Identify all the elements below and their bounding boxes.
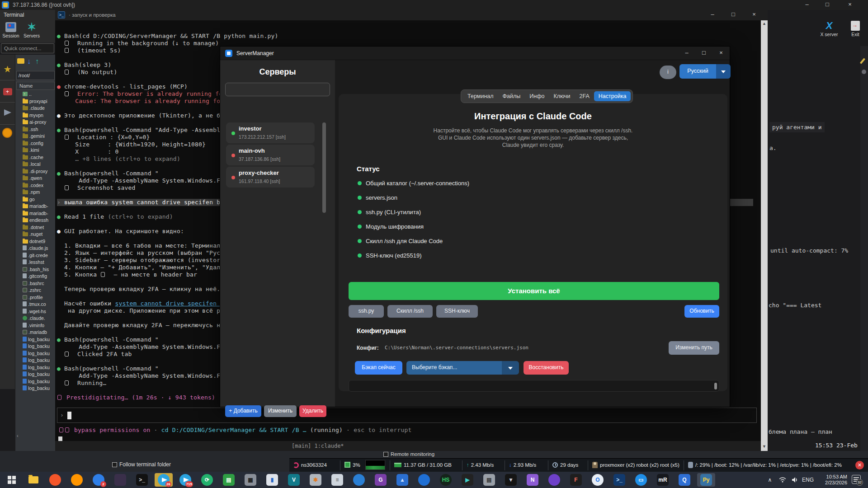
- file-row[interactable]: log_backu: [23, 357, 50, 364]
- globe-icon[interactable]: [2, 128, 12, 138]
- taskbar-explorer[interactable]: [24, 473, 42, 487]
- file-row[interactable]: .bash_his: [23, 266, 49, 273]
- disks-segment[interactable]: /: 29% | /boot: 12% | /var/lib/vz: 1% | …: [688, 459, 842, 472]
- cpu-segment[interactable]: 3%: [344, 459, 360, 472]
- file-row[interactable]: log_backu: [23, 343, 50, 350]
- taskbar-mremote[interactable]: mR: [654, 473, 672, 487]
- taskbar-pixel-app[interactable]: [111, 473, 129, 487]
- file-row[interactable]: .ssh: [23, 126, 38, 133]
- server-card[interactable]: proxy-checker161.97.118.40 [ssh]: [226, 167, 315, 188]
- taskbar-sync[interactable]: ⟳: [198, 473, 216, 487]
- edit-server-button[interactable]: Изменить: [264, 405, 297, 417]
- file-row[interactable]: log_backu: [23, 385, 50, 392]
- change-path-button[interactable]: Изменить путь: [669, 341, 719, 355]
- taskbar-browser-o[interactable]: O: [589, 473, 607, 487]
- file-row[interactable]: ..: [23, 91, 32, 98]
- taskbar-blue-swirl[interactable]: [350, 473, 368, 487]
- taskbar-g-doc[interactable]: G: [372, 473, 390, 487]
- file-row[interactable]: .mariadb: [23, 329, 47, 336]
- x-server-button[interactable]: X X server: [817, 21, 841, 37]
- log-output-area[interactable]: [349, 380, 719, 392]
- sm-close-button[interactable]: ×: [712, 47, 730, 60]
- refresh-button[interactable]: Обновить: [684, 305, 719, 318]
- server-list-scrollbar[interactable]: [322, 122, 326, 213]
- taskbar-firefox[interactable]: [68, 473, 86, 487]
- file-row[interactable]: go: [23, 196, 35, 203]
- sm-maximize-button[interactable]: □: [695, 47, 712, 60]
- file-row[interactable]: .kimi: [23, 147, 39, 154]
- taskbar-photos[interactable]: ▲: [393, 473, 411, 487]
- upload-icon[interactable]: ↑: [35, 57, 39, 66]
- terminal-scrollbar[interactable]: ▲ ▼: [761, 20, 768, 455]
- download-segment[interactable]: ↓2.93 Mb/s: [509, 459, 536, 472]
- tab-инфо[interactable]: Инфо: [525, 91, 549, 101]
- file-row[interactable]: .dotnet: [23, 224, 44, 231]
- file-row[interactable]: mariadb-: [23, 203, 48, 210]
- log-scrollbar-handle[interactable]: [714, 383, 717, 389]
- taskbar-python-active[interactable]: Py: [697, 473, 715, 487]
- file-row[interactable]: log_backu: [23, 364, 50, 371]
- taskbar-calculator[interactable]: ▦: [241, 473, 259, 487]
- pencil-icon[interactable]: [860, 58, 865, 64]
- upload-segment[interactable]: ↑2.43 Mb/s: [467, 459, 494, 472]
- terminal-prompt-box[interactable]: ›: [57, 408, 757, 423]
- terminal-maximize-button[interactable]: □: [723, 10, 743, 19]
- start-button[interactable]: [3, 473, 21, 487]
- file-row[interactable]: .claude.js: [23, 245, 48, 252]
- speaker-icon[interactable]: [789, 472, 800, 488]
- file-row[interactable]: .di-proxy: [23, 168, 47, 175]
- notification-center-icon[interactable]: 32: [852, 475, 861, 484]
- component-button-1[interactable]: ssh.py: [349, 305, 384, 318]
- scroll-up-arrow[interactable]: ▲: [761, 20, 768, 26]
- follow-terminal-checkbox[interactable]: Follow terminal folder: [112, 461, 171, 468]
- taskbar-notepad[interactable]: ≡: [328, 473, 346, 487]
- file-row[interactable]: .claude: [23, 105, 45, 112]
- taskbar-messenger[interactable]: 2: [90, 473, 108, 487]
- sessions-tab[interactable]: [0, 103, 15, 125]
- exit-button[interactable]: Exit: [844, 21, 867, 37]
- file-row[interactable]: .git-crede: [23, 252, 48, 259]
- server-search-input[interactable]: [225, 83, 330, 96]
- record-icon[interactable]: [862, 70, 866, 74]
- taskbar-github[interactable]: [545, 473, 563, 487]
- terminal-close-button[interactable]: ×: [744, 10, 764, 19]
- taskbar-telegram-active[interactable]: 26: [155, 473, 173, 487]
- name-column-header[interactable]: Name: [16, 82, 55, 90]
- restore-button[interactable]: Восстановить: [524, 361, 569, 375]
- scroll-down-arrow[interactable]: ▼: [761, 444, 768, 449]
- file-row[interactable]: .bashrc: [23, 280, 44, 287]
- favorites-tab[interactable]: ★: [0, 59, 15, 80]
- file-row[interactable]: .zshrc: [23, 287, 41, 294]
- taskbar-teamviewer[interactable]: ▭: [632, 473, 650, 487]
- install-all-button[interactable]: Установить всё: [349, 282, 719, 300]
- info-button[interactable]: i: [660, 66, 676, 79]
- wifi-icon[interactable]: [777, 472, 788, 488]
- taskbar-brave[interactable]: [46, 473, 64, 487]
- file-row[interactable]: .wget-hs: [23, 308, 46, 315]
- language-select[interactable]: Русский: [679, 64, 731, 79]
- backup-select[interactable]: Выберите бэкап...: [406, 361, 519, 375]
- taskbar-blue-sphere[interactable]: [415, 473, 433, 487]
- sm-minimize-button[interactable]: –: [678, 47, 695, 60]
- hostname-segment[interactable]: ns3063324: [293, 459, 327, 472]
- tab-настройка[interactable]: Настройка: [594, 91, 631, 101]
- file-row[interactable]: log_backu: [23, 378, 50, 385]
- delete-server-button[interactable]: Удалить: [299, 405, 326, 417]
- download-icon[interactable]: ↓: [27, 57, 31, 66]
- taskbar-obsidian[interactable]: ▼: [502, 473, 520, 487]
- menu-terminal[interactable]: Terminal: [0, 10, 28, 20]
- taskbar-blue-panel[interactable]: ▮: [263, 473, 281, 487]
- taskbar-quickutmo[interactable]: Q: [675, 473, 693, 487]
- file-row[interactable]: dotnet9: [23, 238, 45, 245]
- remote-monitoring-checkbox[interactable]: Remote monitoring: [383, 451, 434, 457]
- servers-button[interactable]: ✶ Servers: [22, 20, 42, 42]
- file-row[interactable]: ai-proxy: [23, 119, 46, 126]
- cpu-graph[interactable]: [365, 459, 385, 472]
- close-monitoring-icon[interactable]: ✕: [855, 461, 864, 469]
- maximize-button[interactable]: □: [817, 0, 837, 9]
- sessions-segment[interactable]: proxmoxer (x2) robot (x2) root (x5): [592, 459, 679, 472]
- taskbar-tools[interactable]: ✱: [307, 473, 325, 487]
- file-row[interactable]: .viminfo: [23, 322, 44, 329]
- session-button[interactable]: Session: [1, 20, 21, 42]
- file-row[interactable]: .cache: [23, 154, 43, 161]
